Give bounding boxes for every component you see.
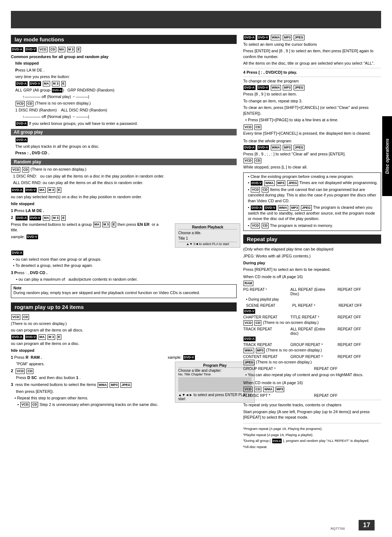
- repeat-scene-col1: SCENE REPEAT: [246, 303, 289, 308]
- right-note2: • DVD-V WMA MP3 JPEG Times are not displ…: [248, 180, 379, 186]
- clear-whole-badges2: VCD CD: [243, 158, 381, 163]
- repeat-cd-mode-on: When CD mode is on (A page 16): [243, 380, 381, 386]
- section-program-play: rogram play up to 24 items VCD CD (There…: [11, 302, 237, 408]
- badge-cd3: CD: [22, 167, 29, 172]
- random-dvd-a-note1: ou can select more than one group or all…: [16, 257, 237, 262]
- badge-dvd-v5: DVD-V: [26, 235, 38, 239]
- badge-mp3-rep: MP3: [256, 348, 265, 353]
- random-step3: 3 Press : , DVD CD .: [11, 270, 237, 276]
- random-play-content: VCD CD (There is no on-screen display.) …: [11, 167, 237, 298]
- pgm-screen-col: xample: DVD-V Program Play Choose a titl…: [168, 355, 237, 409]
- all-group-play-header: All group play: [11, 129, 237, 135]
- random-step1: 1 Press LA M DE .: [11, 208, 237, 213]
- footnote-3: ³During all group ( DVD-A ), program and…: [243, 438, 381, 443]
- repeat-title-col3: REPEAT OFF: [338, 315, 381, 319]
- badge-jpeg-n2: JPEG: [301, 205, 312, 211]
- badge-dvd-a-cp: DVD-A: [244, 85, 256, 90]
- arrow-line2: ↑———— off (Normal play) ←———|: [23, 114, 237, 119]
- section-play-mode: lay mode functions DVD-A DVD-V VCD CD MA…: [11, 35, 237, 298]
- repeat-intro1: (Only when the elapsed play time can be …: [243, 247, 381, 252]
- pgm-screen-footer: ▲▼◄► to select and press ENTER PLAY to s…: [178, 393, 252, 401]
- random-play-header: Random play: [11, 159, 237, 165]
- dvd-a-note-block: DVD-A If you select bonus groups, you wi…: [15, 121, 237, 126]
- while-stopped-label1: hile stopped: [15, 61, 237, 66]
- repeat-vcd-cd-text: (There is no on-screen display.): [263, 320, 319, 325]
- repeat-allrep-col2: ALL REPEAT (Entire disc): [290, 327, 334, 335]
- random-note-text: During random play, empty trays are skip…: [13, 290, 234, 296]
- repeat-ram-row1: PG REPEAT ¹ ALL REPEAT (Entire Disc) REP…: [243, 287, 381, 296]
- badge-dvd-a-rep: DVD-A: [244, 337, 256, 341]
- top-bar: [11, 11, 381, 28]
- badge-cd-n2: CD: [262, 223, 269, 228]
- badge-vcd-cm: VCD: [244, 387, 253, 392]
- right-upper-section: DVD-A DVD-V WMA MP3 JPEG To select an it…: [243, 35, 381, 231]
- random-step2-content: Press the numbered buttons to select a g…: [11, 222, 237, 249]
- badge-vcd3: VCD: [11, 167, 20, 172]
- badge-ma6: MA: [38, 334, 46, 340]
- vcd-cd-note-text: Every time [SHIFT]+[CANCEL] is pressed, …: [243, 131, 381, 136]
- badge-m33: M 3: [48, 187, 55, 193]
- random-step3-sub: • ou can play a maximum of audio/picture…: [16, 277, 237, 282]
- repeat-groupr3-col2: REPEAT OFF: [314, 366, 381, 371]
- badge-dvd-a: DVD-A: [11, 47, 23, 52]
- badge-cd2: CD: [26, 101, 33, 106]
- pgm-screen-data-area: [178, 377, 252, 392]
- repeat-jpeg-row1: GROUP REPEAT ³ REPEAT OFF: [243, 366, 381, 371]
- badge-dvd-a-fn: DVD-A: [272, 439, 282, 443]
- badge-vcd-rep: VCD: [244, 320, 253, 326]
- badge-dvd-a4: DVD-A: [16, 138, 28, 142]
- badge-ma3: MA: [38, 187, 46, 193]
- vcd-cd-note: VCD CD (There is no on-screen display.): [15, 101, 237, 106]
- repeat-title-col2: TITLE REPEAT ³: [290, 315, 334, 319]
- pgm-step2: 2 VCD CD: [11, 368, 164, 374]
- right-badges-line: DVD-A DVD-V WMA MP3 JPEG: [243, 35, 381, 40]
- all-group-step: Press : , DVD CD .: [15, 150, 237, 156]
- pgm-step2-text: Press D SC and then disc button 1 .: [16, 375, 164, 381]
- badge-dvd-v-rep: DVD-V: [244, 309, 255, 314]
- disc-rnd-text: 1 DISC RND (Random) ALL DISC RND (Random…: [15, 107, 237, 113]
- pgm-note1: Repeat this step to program other items.: [17, 395, 164, 401]
- repeat-ram-badge: RAM: [243, 281, 381, 286]
- repeat-wma-mp3-text: (There is no on-screen display.): [266, 348, 322, 353]
- random-step2: 2 DVD-A DVD-V MA M 3 E: [11, 215, 237, 221]
- 1disc-rnd-text: 1 DISC RND: ou can play all the items on…: [13, 174, 237, 179]
- repeat-intro2: JPEG: Works with all JPEG contents.): [243, 253, 381, 259]
- screen-title: Random Playback: [178, 225, 237, 229]
- badge-vcd6: VCD: [20, 402, 29, 407]
- repeat-pl-col3: REPEAT OFF: [339, 303, 381, 308]
- pgm-step1-sub: "PGM" appears.: [16, 361, 164, 367]
- right-text3: All the items on the disc, title or grou…: [243, 61, 381, 66]
- badge-dvd-a2: DVD-A: [16, 81, 28, 86]
- badge-mp3-n2: MP3: [290, 205, 299, 211]
- repeat-text1: Press [REPEAT] to select an item to be r…: [243, 267, 381, 272]
- all-group-text: The unit plays tracks in all the groups …: [15, 144, 237, 149]
- section-title-program-play: rogram play up to 24 items: [11, 302, 237, 312]
- badge-m34: M 3: [52, 215, 60, 221]
- repeat-cd-mode-badges: VCD CD WMA MP3: [243, 387, 381, 392]
- program-play-badges: VCD CD: [11, 314, 237, 320]
- note-label: Note: [13, 286, 21, 290]
- badge-vcd-n: VCD: [251, 187, 260, 192]
- badge-e3: E: [57, 187, 61, 193]
- vcd-cd-no-display: VCD CD (There is no on-screen display.): [11, 167, 237, 172]
- right-note1: Clear the existing program before creati…: [251, 174, 379, 179]
- badge-wma-cw: WMA: [271, 145, 281, 150]
- repeat-ram-row2: SCENE REPEAT PL REPEAT ² REPEAT OFF: [246, 303, 381, 308]
- screen-row1: Choose a title.: [178, 230, 237, 236]
- badge-vcd5: VCD: [16, 369, 25, 374]
- sidebar-disc-operations: Disc operations: [382, 116, 392, 196]
- while-stopped-label2: hile stopped: [11, 201, 237, 207]
- badge-vcd: VCD: [38, 47, 48, 52]
- badge-e: E: [77, 47, 81, 52]
- random-selected-text: ou can play selected item(s) on a disc i…: [11, 194, 237, 200]
- badge-mp3: MP3: [110, 382, 119, 388]
- random-step2-instruction: Press the numbered buttons to select a g…: [11, 222, 164, 233]
- pgm-text1: (There is no on-screen display.): [11, 321, 237, 326]
- repeat-jpeg-text: (There is no on-screen display.): [256, 360, 312, 365]
- dvd-a-note-text: If you select bonus groups, you will hav…: [29, 121, 138, 126]
- repeat-playlist-label: • During playlist play: [246, 297, 381, 302]
- repeat-dvdv-row1: CHAPTER REPEAT TITLE REPEAT ³ REPEAT OFF: [243, 315, 381, 319]
- repeat-play-title: Repeat play: [243, 235, 381, 244]
- dvd-a-badge2: DVD-A: [11, 250, 237, 256]
- badge-dvd-v-n2: DVD-V: [264, 206, 276, 210]
